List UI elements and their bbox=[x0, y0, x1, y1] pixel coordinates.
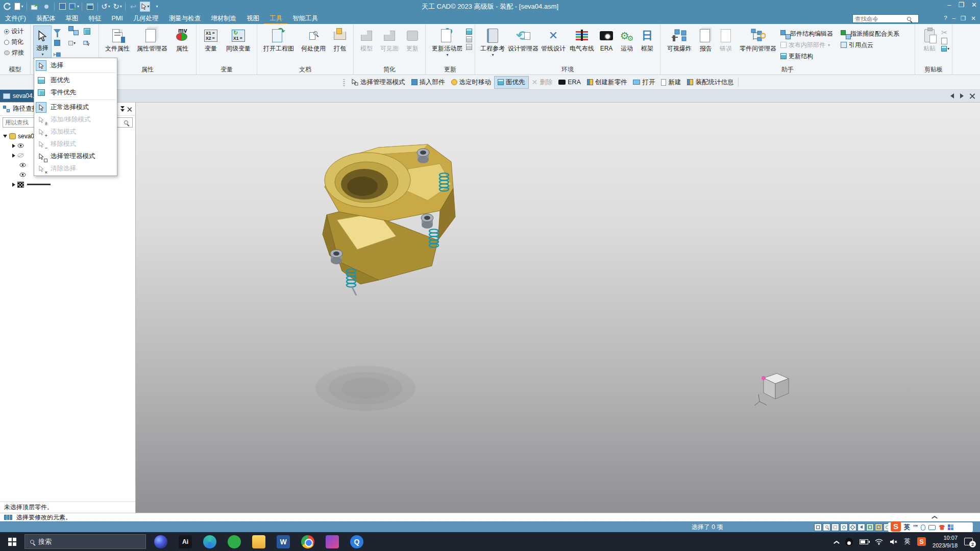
expanded-icon[interactable] bbox=[3, 135, 7, 138]
tab-scroll-right-icon[interactable] bbox=[960, 93, 964, 98]
peer-variables-button[interactable]: ↻X1 = 同级变量 bbox=[223, 26, 254, 53]
tab-close-icon[interactable] bbox=[970, 93, 975, 98]
keyboard-icon[interactable] bbox=[928, 525, 936, 530]
simplify-model-button[interactable]: 模型 bbox=[356, 26, 377, 53]
piping-design-button[interactable]: ✕ 管线设计 bbox=[539, 26, 568, 53]
radio-design[interactable]: 设计 bbox=[4, 27, 27, 36]
close-button[interactable]: ✕ bbox=[971, 1, 977, 9]
app-media-icon[interactable] bbox=[326, 535, 339, 548]
open-drawing-button[interactable]: ↷ 打开工程图 bbox=[260, 26, 298, 53]
visible-eye-icon[interactable] bbox=[17, 143, 24, 148]
component-structure-editor-button[interactable]: 部件结构编辑器 bbox=[780, 29, 841, 39]
taskbar-clock[interactable]: 10:07 2023/9/18 bbox=[933, 534, 958, 549]
app-edge-icon[interactable] bbox=[203, 535, 216, 548]
update-part-icon[interactable] bbox=[466, 29, 472, 35]
update-active-layer-button[interactable]: ↻ 更新活动层 ▾ bbox=[428, 26, 466, 57]
menu-geometry[interactable]: 几何处理 bbox=[128, 13, 164, 24]
app-cortana-icon[interactable] bbox=[154, 535, 167, 548]
where-used-button[interactable]: 何处使用 bbox=[298, 26, 329, 53]
properties-button[interactable]: mv 属性 bbox=[171, 26, 193, 53]
simplify-update-button[interactable]: 更新 bbox=[402, 26, 423, 53]
update-structure-button[interactable]: 更新结构 bbox=[780, 51, 841, 61]
report-button[interactable]: ✎ 报告 bbox=[696, 26, 716, 53]
ime-punctuation-toggle[interactable]: ’” bbox=[913, 524, 918, 531]
ime-language-toggle[interactable]: 英 bbox=[904, 523, 910, 532]
app-wechat-icon[interactable] bbox=[228, 535, 241, 548]
cmd-open[interactable]: 打开 bbox=[630, 77, 658, 88]
ime-collapse-icon[interactable] bbox=[932, 514, 937, 518]
radio-simplify[interactable]: 简化 bbox=[4, 38, 27, 46]
era-button[interactable]: ERA bbox=[596, 26, 617, 53]
menu-file[interactable]: 文件(F) bbox=[0, 13, 31, 24]
hidden-icons-chevron[interactable] bbox=[834, 540, 839, 544]
hidden-eye-icon[interactable] bbox=[17, 153, 24, 158]
handle-select-button[interactable] bbox=[54, 51, 61, 58]
update-save-icon[interactable] bbox=[466, 44, 472, 50]
menu-additive[interactable]: 增材制造 bbox=[206, 13, 241, 24]
zoom-window-icon[interactable] bbox=[814, 523, 822, 531]
paste-button[interactable]: 粘贴 bbox=[918, 26, 941, 53]
paste-options-button[interactable]: ▾ bbox=[941, 46, 949, 52]
frame-button[interactable]: 日 框架 bbox=[637, 26, 657, 53]
collapsed-icon[interactable] bbox=[12, 154, 15, 158]
reference-point-cloud-button[interactable]: 引用点云 bbox=[841, 40, 912, 50]
engineering-reference-button[interactable]: 工程参考 ▾ bbox=[478, 26, 507, 57]
window-layout-icon[interactable] bbox=[875, 523, 883, 531]
copy-icon[interactable] bbox=[941, 38, 947, 44]
visual-explode-button[interactable]: 可视爆炸 bbox=[663, 26, 696, 53]
collapsed-icon[interactable] bbox=[12, 144, 15, 148]
qq-tray-icon[interactable] bbox=[845, 538, 853, 546]
menu-assembly[interactable]: 装配体 bbox=[31, 13, 61, 24]
app-chrome-icon[interactable] bbox=[301, 535, 314, 548]
tab-scroll-left-icon[interactable] bbox=[950, 93, 954, 98]
previous-view-icon[interactable] bbox=[857, 523, 865, 531]
cmd-insert-component[interactable]: 插入部件 bbox=[408, 77, 448, 88]
cmd-assembly-statistics[interactable]: 装配统计信息 bbox=[684, 77, 737, 88]
volume-muted-icon[interactable] bbox=[890, 539, 898, 545]
menu-measure[interactable]: 测量与检查 bbox=[164, 13, 206, 24]
electrical-routing-button[interactable]: 电气布线 bbox=[568, 26, 596, 53]
publish-internal-component-button[interactable]: 发布内部部件▾ bbox=[780, 40, 841, 50]
cmd-create-new-part[interactable]: 创建新零件 bbox=[584, 77, 630, 88]
menu-item-face-priority[interactable]: 面优先 bbox=[34, 74, 117, 86]
zoom-icon[interactable] bbox=[823, 523, 830, 531]
ime-menu-icon[interactable] bbox=[948, 524, 954, 531]
minimize-button[interactable]: – bbox=[947, 1, 951, 9]
assign-capture-mates-button[interactable]: 指派捕捉配合关系 bbox=[841, 29, 912, 39]
cmd-select-manager-mode[interactable]: 选择管理器模式 bbox=[348, 77, 408, 88]
battery-icon[interactable] bbox=[860, 539, 868, 544]
menu-item-select-manager-mode[interactable]: 选择管理器模式 bbox=[34, 150, 117, 162]
menu-sketch[interactable]: 草图 bbox=[60, 13, 83, 24]
design-manager-button[interactable]: ⟲ 设计管理器 bbox=[507, 26, 539, 53]
menu-feature[interactable]: 特征 bbox=[83, 13, 106, 24]
pan-icon[interactable] bbox=[840, 523, 848, 531]
tree-row[interactable] bbox=[3, 180, 135, 189]
doc-restore-button[interactable]: ❐ bbox=[961, 15, 966, 22]
input-language-indicator[interactable]: 英 bbox=[904, 537, 911, 546]
file-properties-button[interactable]: 文件属性 bbox=[102, 26, 133, 53]
panel-close-icon[interactable] bbox=[128, 107, 132, 111]
microphone-icon[interactable] bbox=[921, 524, 925, 531]
collapse-all-icon[interactable] bbox=[120, 106, 125, 112]
viewport[interactable] bbox=[136, 103, 980, 513]
menu-item-select[interactable]: 选择 bbox=[34, 59, 117, 71]
start-button[interactable] bbox=[0, 532, 24, 551]
motion-button[interactable]: ⚙⚙ 运动 bbox=[617, 26, 637, 53]
property-manager-button[interactable]: ✎ 属性管理器 bbox=[133, 26, 171, 53]
cmd-era[interactable]: ERA bbox=[555, 77, 584, 87]
interpart-manager-button[interactable]: 零件间管理器 bbox=[736, 26, 780, 53]
notification-center-icon[interactable]: 2 bbox=[964, 538, 973, 545]
menu-tools[interactable]: 工具 bbox=[264, 13, 287, 24]
menu-item-add-remove-mode[interactable]: ± 添加/移除模式 bbox=[34, 113, 117, 126]
cmd-move-when-selected[interactable]: 选定时移动 bbox=[448, 77, 495, 88]
app-quark-icon[interactable]: Q bbox=[350, 535, 363, 548]
select-filter-button[interactable] bbox=[54, 28, 61, 35]
restore-button[interactable]: ❐ bbox=[958, 1, 964, 9]
doc-close-button[interactable]: ✕ bbox=[971, 15, 976, 22]
find-command-input[interactable] bbox=[853, 16, 907, 22]
skin-icon[interactable] bbox=[939, 525, 945, 530]
doc-minimize-button[interactable]: – bbox=[952, 15, 955, 22]
small-options-button[interactable]: ▾ bbox=[68, 39, 76, 46]
menu-item-part-priority[interactable]: 零件优先 bbox=[34, 86, 117, 98]
cut-icon[interactable]: ✂ bbox=[941, 29, 949, 36]
